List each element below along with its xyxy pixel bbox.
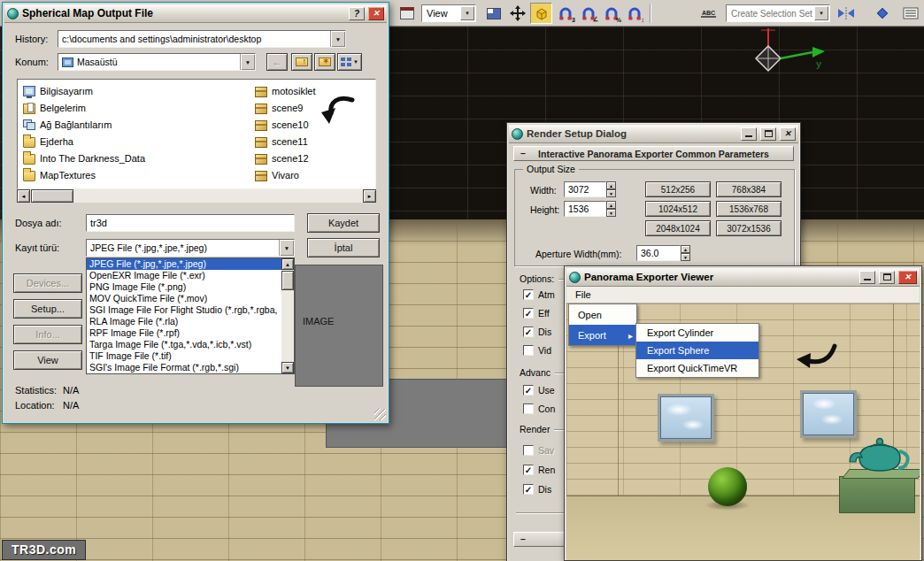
layer-manager-icon[interactable] — [899, 3, 921, 24]
scroll-left-button[interactable] — [17, 189, 30, 203]
checkbox-rendered-frame[interactable]: ✓Ren — [523, 465, 555, 475]
maximize-button[interactable] — [760, 127, 776, 141]
filename-input[interactable] — [86, 214, 295, 232]
mirror-icon[interactable] — [835, 3, 857, 24]
angle-snap-icon[interactable] — [577, 3, 599, 24]
filetype-option[interactable]: JPEG File (*.jpg,*.jpe,*.jpeg) — [87, 258, 281, 270]
list-item[interactable]: Belgelerim — [23, 101, 86, 115]
filetype-option[interactable]: PNG Image File (*.png) — [87, 281, 281, 293]
preset-button[interactable]: 2048x1024 — [645, 220, 711, 236]
cancel-button[interactable]: İptal — [307, 238, 380, 257]
list-item[interactable]: MapTextures — [23, 168, 96, 182]
list-item[interactable]: scene12 — [255, 151, 309, 165]
horizontal-scrollbar[interactable] — [17, 189, 376, 203]
menu-item-export-quicktimevr[interactable]: Export QuickTimeVR — [636, 359, 758, 377]
filetype-option[interactable]: RPF Image File (*.rpf) — [87, 327, 281, 339]
close-button[interactable] — [898, 271, 917, 284]
scrollbar-thumb[interactable] — [281, 271, 294, 290]
checkbox-save-file[interactable]: Sav — [523, 445, 554, 456]
checkbox-effects[interactable]: ✓Eff — [523, 308, 550, 319]
back-button[interactable]: ← — [266, 53, 288, 71]
chevron-down-icon[interactable] — [279, 240, 294, 256]
dialog-titlebar[interactable]: Spherical Map Output File — [4, 4, 387, 23]
checkbox-use-advanced[interactable]: ✓Use — [523, 385, 555, 396]
checkbox-video[interactable]: Vid — [523, 345, 551, 356]
spinner-snap-icon[interactable] — [623, 3, 645, 24]
list-item[interactable]: Bilgisayarım — [23, 84, 93, 98]
history-combo[interactable]: c:\documents and settings\administrator\… — [58, 30, 346, 48]
file-list[interactable]: Bilgisayarım Belgelerim Ağ Bağlantılarım… — [17, 79, 376, 189]
view-menu-button[interactable]: ▼ — [337, 53, 362, 71]
window-icon[interactable] — [396, 3, 418, 24]
preset-button[interactable]: 1536x768 — [716, 201, 782, 217]
info-button[interactable]: Info... — [13, 325, 82, 344]
devices-button[interactable]: Devices... — [13, 273, 82, 293]
list-item[interactable]: scene11 — [255, 134, 308, 149]
width-field[interactable]: 3072 — [564, 181, 606, 197]
chevron-down-icon[interactable] — [330, 31, 345, 47]
menu-item-export-sphere[interactable]: Export Sphere — [636, 342, 758, 359]
filetype-option[interactable]: SGI's Image File Format (*.rgb,*.sgi) — [87, 362, 281, 373]
chevron-down-icon[interactable] — [240, 54, 255, 70]
minimize-button[interactable] — [741, 127, 757, 141]
preset-button[interactable]: 512x256 — [645, 181, 711, 197]
list-item[interactable]: motosiklet — [255, 84, 316, 98]
aperture-field[interactable]: 36.0 — [636, 245, 681, 261]
preset-button[interactable]: 3072x1536 — [716, 220, 782, 236]
chevron-down-icon[interactable] — [460, 6, 474, 20]
scrollbar-thumb[interactable] — [31, 189, 73, 203]
width-spinner[interactable] — [606, 181, 616, 197]
checkbox-compute-advanced[interactable]: Con — [523, 403, 555, 414]
preset-button[interactable]: 768x384 — [716, 181, 782, 197]
select-and-move-icon[interactable] — [506, 3, 528, 24]
vertical-scrollbar[interactable] — [281, 258, 294, 373]
scroll-right-button[interactable] — [363, 189, 376, 203]
keyboard-override-icon[interactable] — [697, 3, 720, 24]
close-button[interactable] — [780, 127, 796, 141]
height-field[interactable]: 1536 — [564, 201, 606, 217]
new-folder-button[interactable]: ✶ — [314, 53, 335, 71]
filetype-option[interactable]: RLA Image File (*.rla) — [87, 316, 281, 327]
snaps-toggle-icon[interactable] — [530, 3, 552, 24]
preset-button[interactable]: 1024x512 — [645, 201, 711, 217]
height-spinner[interactable] — [606, 201, 616, 217]
checkbox-atmosphere[interactable]: ✓Atm — [523, 289, 555, 300]
filetype-option[interactable]: TIF Image File (*.tif) — [87, 350, 281, 362]
filetype-option[interactable]: MOV QuickTime File (*.mov) — [87, 293, 281, 304]
viewport-layout-icon[interactable] — [482, 3, 504, 24]
up-folder-button[interactable]: ↑ — [291, 53, 312, 71]
filetype-option[interactable]: SGI Image File For Flight Studio (*.rgb,… — [87, 304, 281, 316]
list-item[interactable]: Into The Darkness_Data — [23, 151, 145, 165]
menu-item-export[interactable]: Export — [569, 325, 636, 345]
menu-item-export-cylinder[interactable]: Export Cylinder — [636, 324, 758, 342]
chevron-down-icon[interactable] — [814, 6, 828, 20]
filetype-option[interactable]: Targa Image File (*.tga,*.vda,*.icb,*.vs… — [87, 339, 281, 350]
menu-file[interactable]: File — [566, 287, 600, 303]
checkbox-display[interactable]: ✓Dis — [523, 484, 551, 495]
save-button[interactable]: Kaydet — [307, 213, 380, 233]
panorama-titlebar[interactable]: Panorama Exporter Viewer — [566, 268, 920, 287]
maximize-button[interactable] — [879, 271, 895, 284]
view-button[interactable]: View — [13, 350, 82, 370]
checkbox-displacement[interactable]: ✓Dis — [523, 327, 551, 337]
location-combo[interactable]: Masaüstü — [58, 53, 256, 71]
list-item[interactable]: Vivaro — [255, 168, 299, 182]
view-dropdown[interactable]: View — [421, 4, 476, 22]
minimize-button[interactable] — [859, 271, 875, 284]
list-item[interactable]: scene10 — [255, 118, 309, 132]
percent-snap-icon[interactable] — [600, 3, 622, 24]
rollout-header[interactable]: Interactive Panorama Exporter Common Par… — [513, 146, 794, 161]
render-setup-titlebar[interactable]: Render Setup Dialog — [509, 125, 798, 143]
scroll-up-button[interactable] — [281, 258, 294, 270]
close-button[interactable] — [368, 7, 384, 20]
filetype-option[interactable]: OpenEXR Image File (*.exr) — [87, 270, 281, 281]
menu-item-open[interactable]: Open — [569, 304, 636, 325]
resize-grip[interactable] — [374, 409, 386, 420]
list-item[interactable]: Ejderha — [23, 134, 73, 149]
list-item[interactable]: scene9 — [255, 101, 303, 115]
aperture-spinner[interactable] — [681, 245, 690, 261]
setup-button[interactable]: Setup... — [13, 299, 82, 319]
snap-3d-icon[interactable] — [554, 3, 576, 24]
align-icon[interactable] — [871, 3, 893, 24]
filetype-combo[interactable]: JPEG File (*.jpg,*.jpe,*.jpeg) — [86, 239, 295, 257]
